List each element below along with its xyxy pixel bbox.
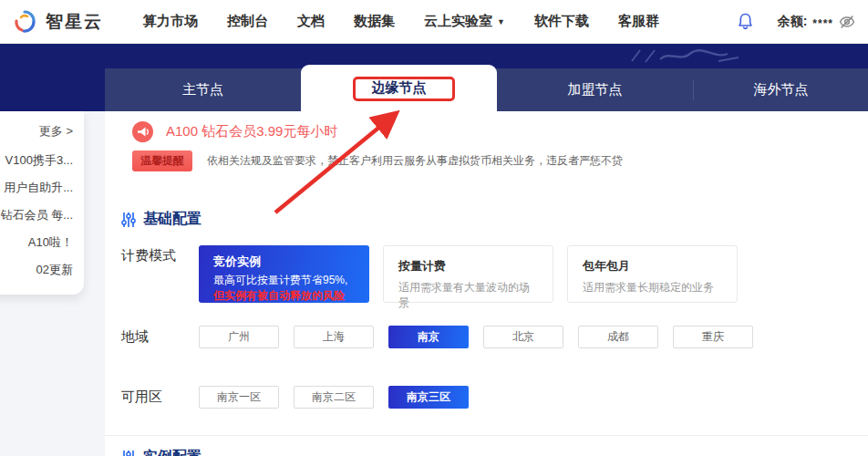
nav-item-datasets[interactable]: 数据集	[354, 13, 395, 30]
section-instance-config: 实例配置	[121, 448, 868, 456]
sliders-icon	[121, 212, 136, 228]
nav-item-console[interactable]: 控制台	[227, 13, 268, 30]
reminder-row: 温馨提醒 依相关法规及监管要求，禁止客户利用云服务从事虚拟货币相关业务，违反者严…	[132, 150, 868, 171]
brand-logo[interactable]: 智星云	[13, 9, 103, 34]
announcement-text: A100 钻石会员3.99元每小时	[166, 123, 337, 140]
sliders-icon	[121, 450, 136, 456]
billing-options: 竞价实例 最高可比按量计费节省95%,但实例有被自动释放的风险 按量计费 适用需…	[199, 245, 738, 303]
billing-option-desc: 适用需求量有大量波动的场景	[398, 280, 538, 311]
billing-mode-label: 计费模式	[121, 245, 199, 303]
zone-option-nanjing-3[interactable]: 南京三区	[388, 386, 469, 409]
chevron-down-icon: ▼	[497, 17, 505, 26]
billing-option-desc: 最高可比按量计费节省95%,但实例有被自动释放的风险	[213, 273, 355, 304]
nav-item-cloud-lab[interactable]: 云上实验室 ▼	[424, 13, 505, 30]
tab-edge-node[interactable]: 边缘节点	[301, 65, 497, 111]
tab-overseas-node[interactable]: 海外节点	[694, 68, 868, 111]
nav-item-downloads[interactable]: 软件下载	[534, 13, 589, 30]
notices-panel: 更多 > ！ V100携手3... 用户自助升... 钻石会员 每... A10…	[0, 111, 84, 295]
announcement-bar[interactable]: A100 钻石会员3.99元每小时	[132, 121, 868, 142]
zone-label: 可用区	[121, 389, 199, 406]
region-option-shanghai[interactable]: 上海	[294, 326, 374, 348]
region-options: 广州 上海 南京 北京 成都 重庆	[199, 326, 753, 348]
balance-value: ****	[812, 17, 833, 30]
nav-item-support-group[interactable]: 客服群	[618, 13, 659, 30]
region-row: 地域 广州 上海 南京 北京 成都 重庆	[121, 326, 868, 348]
nav-item-market[interactable]: 算力市场	[143, 13, 198, 30]
reminder-text: 依相关法规及监管要求，禁止客户利用云服务从事虚拟货币相关业务，违反者严惩不贷	[207, 153, 623, 169]
brand-name: 智星云	[46, 10, 103, 34]
main-panel: A100 钻石会员3.99元每小时 温馨提醒 依相关法规及监管要求，禁止客户利用…	[105, 111, 868, 456]
nav-item-docs[interactable]: 文档	[297, 13, 325, 30]
notice-item[interactable]: ！ V100携手3...	[0, 147, 73, 174]
notice-item[interactable]: 钻石会员 每...	[0, 202, 73, 229]
section-basic-config: 基础配置	[121, 210, 868, 229]
region-option-chongqing[interactable]: 重庆	[673, 326, 753, 348]
megaphone-icon	[132, 121, 153, 142]
billing-option-spot[interactable]: 竞价实例 最高可比按量计费节省95%,但实例有被自动释放的风险	[199, 245, 369, 303]
billing-mode-row: 计费模式 竞价实例 最高可比按量计费节省95%,但实例有被自动释放的风险 按量计…	[121, 245, 868, 303]
billing-option-title: 包年包月	[583, 258, 722, 275]
main-nav: 算力市场 控制台 文档 数据集 云上实验室 ▼ 软件下载 客服群	[143, 13, 659, 30]
notice-item[interactable]: A10啦！	[0, 229, 73, 256]
billing-option-subscription[interactable]: 包年包月 适用需求量长期稳定的业务	[567, 245, 738, 303]
zone-option-nanjing-2[interactable]: 南京二区	[294, 386, 374, 409]
balance-label: 余额:	[778, 14, 808, 30]
billing-option-title: 竞价实例	[213, 254, 355, 270]
cloud-logo-icon	[13, 9, 37, 34]
billing-option-on-demand[interactable]: 按量计费 适用需求量有大量波动的场景	[383, 245, 553, 303]
notification-bell-icon[interactable]	[737, 12, 754, 31]
tab-main-node[interactable]: 主节点	[105, 68, 301, 111]
reminder-badge: 温馨提醒	[132, 150, 192, 171]
zone-options: 南京一区 南京二区 南京三区	[199, 386, 469, 409]
section-title-text: 实例配置	[143, 448, 202, 456]
region-option-beijing[interactable]: 北京	[483, 326, 563, 348]
hero-banner: 主节点 边缘节点 加盟节点 海外节点	[0, 44, 868, 111]
eye-off-icon[interactable]	[839, 15, 855, 29]
billing-option-title: 按量计费	[398, 258, 538, 275]
notices-more-link[interactable]: 更多 >	[0, 123, 73, 140]
region-option-chengdu[interactable]: 成都	[578, 326, 658, 348]
tab-partner-node[interactable]: 加盟节点	[497, 68, 693, 111]
region-option-guangzhou[interactable]: 广州	[199, 326, 279, 348]
top-navbar: 智星云 算力市场 控制台 文档 数据集 云上实验室 ▼ 软件下载 客服群 余额:…	[0, 0, 868, 44]
page: 智星云 算力市场 控制台 文档 数据集 云上实验室 ▼ 软件下载 客服群 余额:…	[0, 0, 868, 456]
node-tabs: 主节点 边缘节点 加盟节点 海外节点	[105, 68, 868, 111]
billing-option-desc: 适用需求量长期稳定的业务	[583, 280, 722, 295]
balance-display: 余额: ****	[778, 14, 855, 30]
region-option-nanjing[interactable]: 南京	[388, 326, 469, 348]
section-title-text: 基础配置	[143, 210, 202, 229]
notice-item[interactable]: 02更新	[0, 256, 73, 284]
banner-decoration	[627, 47, 746, 67]
zone-option-nanjing-1[interactable]: 南京一区	[199, 386, 279, 409]
section-divider	[105, 435, 868, 436]
billing-risk-warning: 但实例有被自动释放的风险	[213, 289, 345, 302]
header-right: 余额: ****	[737, 12, 855, 31]
notice-item[interactable]: 用户自助升...	[0, 174, 73, 202]
region-label: 地域	[121, 328, 199, 346]
zone-row: 可用区 南京一区 南京二区 南京三区	[121, 386, 868, 409]
